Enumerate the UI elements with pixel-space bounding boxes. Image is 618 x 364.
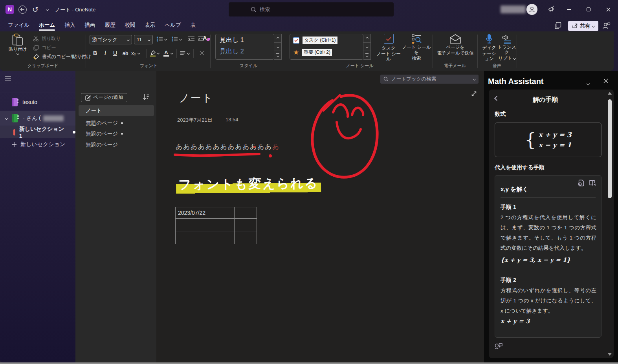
format-painter-button[interactable]: 書式のコピー/貼り付け — [33, 53, 91, 60]
paragraph-alignment-button[interactable] — [180, 48, 189, 58]
fullscreen-button[interactable] — [471, 90, 477, 97]
font-name-value: 游ゴシック — [92, 37, 117, 43]
handwriting-text[interactable]: フォントも変えられる — [176, 174, 321, 194]
table-cell[interactable] — [176, 219, 212, 232]
table-cell[interactable] — [176, 232, 212, 244]
subscript-button[interactable]: x₂ — [131, 48, 140, 58]
bullet-list-button[interactable] — [156, 36, 167, 42]
person-edit-icon — [602, 22, 611, 30]
copy-button[interactable]: コピー — [33, 44, 56, 51]
math-panel-scrollbar[interactable] — [607, 91, 612, 357]
gallery-up-button[interactable] — [363, 34, 371, 43]
tab-home[interactable]: ホーム — [34, 19, 60, 31]
tab-file[interactable]: ファイル — [3, 19, 34, 31]
add-page-label: ページの追加 — [94, 94, 123, 101]
feedback-button[interactable] — [547, 5, 556, 14]
gallery-up-button[interactable] — [274, 34, 282, 43]
scroll-down-icon[interactable] — [608, 353, 612, 356]
table-cell[interactable] — [235, 232, 257, 244]
math-panel-collapse-button[interactable] — [587, 80, 589, 86]
font-size-combo[interactable]: 11 — [134, 35, 153, 44]
share-button[interactable]: 共有 — [568, 21, 598, 31]
tab-history[interactable]: 履歴 — [100, 19, 120, 31]
table-cell[interactable]: 2023/07/22 — [176, 207, 212, 219]
undo-button[interactable]: ↺ — [31, 5, 40, 14]
font-color-button[interactable]: A — [163, 48, 173, 58]
gallery-more-button[interactable] — [274, 51, 282, 60]
page-item-note[interactable]: ノート — [79, 105, 154, 116]
underline-button[interactable]: U — [110, 48, 120, 58]
gallery-down-button[interactable] — [363, 43, 371, 51]
feedback-button[interactable] — [494, 342, 503, 350]
table-cell[interactable] — [235, 219, 257, 232]
cut-button[interactable]: 切り取り — [33, 35, 61, 42]
page-item-untitled-2[interactable]: 無題のページ — [79, 128, 154, 139]
page-item-untitled-1[interactable]: 無題のページ — [79, 118, 154, 128]
minimize-button[interactable] — [563, 5, 574, 14]
align-icon — [180, 51, 185, 55]
style-heading2[interactable]: 見出し 2 — [216, 46, 274, 57]
table-cell[interactable] — [212, 232, 235, 244]
task-note-tag-button[interactable]: タスク ノート シール — [375, 34, 402, 62]
note-table[interactable]: 2023/07/22 — [175, 207, 257, 244]
tab-review[interactable]: 校閲 — [120, 19, 140, 31]
page-item-untitled-3[interactable]: 無題のページ — [79, 139, 154, 150]
gallery-down-button[interactable] — [274, 43, 282, 51]
insert-to-page-button[interactable] — [578, 179, 585, 187]
tab-help[interactable]: ヘルプ — [160, 19, 185, 31]
section-item-1[interactable]: 新しいセクション 1 — [0, 126, 75, 138]
sort-pages-button[interactable] — [143, 94, 150, 100]
table-cell[interactable] — [212, 219, 235, 232]
highlight-color-button[interactable] — [150, 48, 159, 58]
maximize-button[interactable] — [583, 5, 594, 14]
table-cell[interactable] — [212, 207, 235, 219]
tab-view[interactable]: 表示 — [140, 19, 160, 31]
back-button[interactable] — [18, 5, 27, 14]
strikethrough-button[interactable]: ab — [121, 48, 130, 58]
math-panel-close-button[interactable] — [603, 79, 608, 83]
scroll-up-icon[interactable] — [608, 92, 612, 95]
tab-draw[interactable]: 描画 — [80, 19, 100, 31]
add-section-button[interactable]: 新しいセクション — [0, 139, 75, 150]
tag-important[interactable]: ★ 重要 (Ctrl+2) — [290, 46, 363, 59]
add-page-button[interactable]: ページの追加 — [81, 93, 127, 102]
page-title-text[interactable]: ノート — [179, 91, 213, 105]
notebook-item-tesuto[interactable]: tesuto — [0, 94, 75, 110]
bold-button[interactable]: B — [90, 48, 100, 58]
switch-windows-button[interactable] — [554, 22, 562, 29]
gallery-more-button[interactable] — [363, 51, 371, 60]
page-canvas[interactable]: ノートブックの検索 ノート 2023年7月21日 13:54 あああああああああ… — [156, 71, 484, 362]
horizontal-scrollbar[interactable] — [0, 362, 618, 364]
numbered-list-button[interactable] — [171, 36, 182, 42]
table-cell[interactable] — [235, 207, 257, 219]
tag-task[interactable]: タスク (Ctrl+1) — [290, 34, 363, 46]
email-page-button[interactable]: ページを 電子メールで送信 — [435, 34, 475, 56]
body-text-line[interactable]: ああああああああああああああ — [176, 142, 280, 151]
navigation-menu-button[interactable] — [5, 76, 11, 80]
italic-button[interactable]: I — [101, 48, 110, 58]
step2-math: x + y = 3 — [501, 318, 530, 325]
quick-access-toolbar-button[interactable] — [42, 5, 52, 14]
find-tags-button[interactable]: ノート シールを 検索 — [402, 34, 431, 61]
windows-search-box[interactable]: 検索 — [229, 2, 394, 16]
chevron-down-icon — [148, 38, 150, 41]
notebook-search-box[interactable]: ノートブックの検索 — [380, 75, 479, 84]
font-name-combo[interactable]: 游ゴシック — [90, 35, 132, 44]
delete-button[interactable] — [197, 48, 207, 58]
read-aloud-button[interactable] — [589, 179, 596, 187]
scrollbar-thumb[interactable] — [608, 99, 612, 198]
onenote-window: N ↺ ノート - OneNote 検索 — [0, 0, 618, 364]
decrease-indent-button[interactable] — [188, 36, 195, 42]
notebook-item-current[interactable]: - さん ( — [0, 111, 75, 126]
style-heading1[interactable]: 見出し 1 — [216, 34, 274, 46]
transcribe-button[interactable]: トランスク リプト — [497, 34, 516, 61]
clear-formatting-button[interactable]: A — [203, 35, 207, 41]
format-painter-brush-icon — [33, 54, 39, 60]
close-button[interactable] — [603, 5, 614, 14]
tab-insert[interactable]: 挿入 — [60, 19, 80, 31]
dictate-button[interactable]: ディク テーション — [480, 34, 498, 61]
paste-button[interactable]: 貼り付け — [6, 33, 29, 55]
account-avatar[interactable] — [526, 4, 537, 15]
meet-now-button[interactable] — [602, 22, 611, 30]
tab-table[interactable]: 表 — [186, 19, 201, 31]
